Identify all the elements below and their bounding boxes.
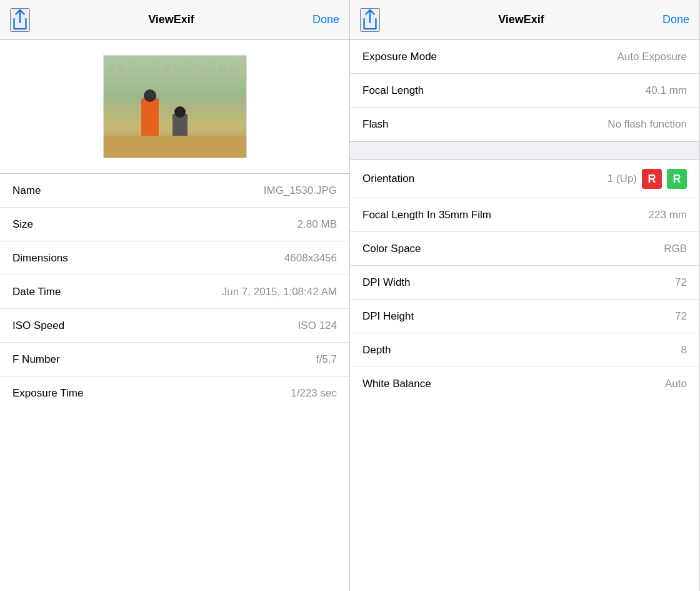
- row-value-dpi-width: 72: [675, 276, 687, 289]
- row-value-name: IMG_1530.JPG: [264, 184, 337, 197]
- table-row: Dimensions 4608x3456: [0, 241, 349, 275]
- row-label-iso-speed: ISO Speed: [12, 320, 64, 332]
- row-value-exposure-time: 1/223 sec: [291, 387, 337, 400]
- left-nav-bar: ViewExif Done: [0, 0, 349, 40]
- row-value-fnumber: f/5.7: [316, 353, 337, 366]
- row-value-exposure-mode: Auto Exposure: [617, 51, 687, 63]
- photo-player-batter: [141, 98, 159, 139]
- row-value-focal-length: 40.1 mm: [646, 84, 687, 97]
- photo-fence: [104, 59, 246, 74]
- table-row: Depth 8: [350, 333, 699, 367]
- row-label-focal-35mm: Focal Length In 35mm Film: [362, 209, 491, 221]
- row-label-white-balance: White Balance: [362, 378, 431, 390]
- row-value-size: 2.80 MB: [298, 218, 337, 231]
- r-badge-green: R: [667, 169, 687, 189]
- table-row: Focal Length 40.1 mm: [350, 74, 699, 108]
- row-label-fnumber: F Number: [12, 353, 60, 366]
- row-label-dimensions: Dimensions: [12, 252, 68, 265]
- photo-ground: [104, 136, 246, 158]
- row-value-orientation: 1 (Up): [608, 173, 637, 185]
- r-badge-red: R: [642, 169, 662, 189]
- row-label-name: Name: [12, 184, 41, 197]
- row-label-color-space: Color Space: [362, 243, 421, 255]
- row-value-depth: 8: [681, 344, 687, 356]
- right-done-button[interactable]: Done: [662, 13, 689, 26]
- right-nav-bar: ViewExif Done: [350, 0, 699, 40]
- table-row: Focal Length In 35mm Film 223 mm: [350, 198, 699, 232]
- table-row: Name IMG_1530.JPG: [0, 174, 349, 208]
- row-label-orientation: Orientation: [362, 173, 414, 185]
- orientation-value-container: 1 (Up) R R: [608, 169, 687, 189]
- row-label-focal-length: Focal Length: [362, 84, 424, 97]
- row-label-dpi-width: DPI Width: [362, 276, 411, 289]
- row-value-color-space: RGB: [664, 243, 687, 255]
- left-data-list: Name IMG_1530.JPG Size 2.80 MB Dimension…: [0, 174, 349, 591]
- row-value-flash: No flash function: [608, 118, 687, 131]
- table-row: White Balance Auto: [350, 367, 699, 401]
- left-done-button[interactable]: Done: [312, 13, 339, 26]
- table-row: Orientation 1 (Up) R R: [350, 160, 699, 198]
- row-label-size: Size: [12, 218, 33, 231]
- photo-thumbnail[interactable]: [103, 55, 247, 158]
- table-row: DPI Height 72: [350, 300, 699, 333]
- left-share-button[interactable]: [10, 8, 30, 32]
- row-value-dpi-height: 72: [675, 310, 687, 323]
- right-panel: ViewExif Done Exposure Mode Auto Exposur…: [350, 0, 700, 591]
- left-nav-title: ViewExif: [148, 13, 194, 26]
- row-label-datetime: Date Time: [12, 286, 61, 298]
- image-area: [0, 40, 349, 173]
- row-label-flash: Flash: [362, 118, 389, 131]
- share-icon: [11, 9, 29, 31]
- right-top-list: Exposure Mode Auto Exposure Focal Length…: [350, 40, 699, 141]
- row-value-datetime: Jun 7, 2015, 1:08:42 AM: [222, 286, 337, 298]
- table-row: Flash No flash function: [350, 108, 699, 141]
- share-icon-right: [361, 9, 379, 31]
- row-label-dpi-height: DPI Height: [362, 310, 414, 323]
- row-value-white-balance: Auto: [665, 378, 687, 390]
- table-row: Exposure Time 1/223 sec: [0, 376, 349, 410]
- row-label-depth: Depth: [362, 344, 391, 356]
- row-value-focal-35mm: 223 mm: [649, 209, 687, 221]
- table-row: Color Space RGB: [350, 232, 699, 266]
- right-share-button[interactable]: [360, 8, 380, 32]
- table-row: F Number f/5.7: [0, 343, 349, 376]
- table-row: Date Time Jun 7, 2015, 1:08:42 AM: [0, 275, 349, 309]
- table-row: Exposure Mode Auto Exposure: [350, 40, 699, 74]
- table-row: ISO Speed ISO 124: [0, 309, 349, 343]
- row-label-exposure-mode: Exposure Mode: [362, 51, 437, 63]
- right-bottom-list: Orientation 1 (Up) R R Focal Length In 3…: [350, 160, 699, 591]
- right-nav-title: ViewExif: [498, 13, 544, 26]
- table-row: DPI Width 72: [350, 266, 699, 300]
- row-value-iso-speed: ISO 124: [298, 320, 337, 332]
- section-header-gray: [350, 141, 699, 160]
- row-value-dimensions: 4608x3456: [284, 252, 337, 265]
- row-label-exposure-time: Exposure Time: [12, 387, 83, 400]
- left-panel: ViewExif Done Name IMG_1530.JPG Size 2.8…: [0, 0, 350, 591]
- table-row: Size 2.80 MB: [0, 208, 349, 241]
